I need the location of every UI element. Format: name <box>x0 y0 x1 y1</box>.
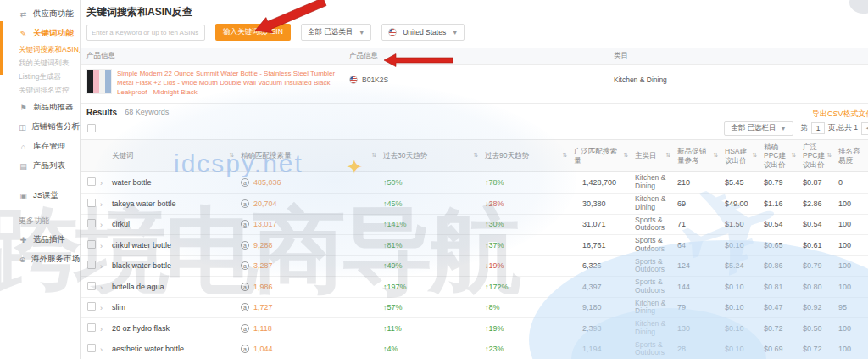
row-checkbox[interactable] <box>87 261 96 269</box>
expand-chevron-icon[interactable]: › <box>100 325 103 334</box>
keyword-cell[interactable]: takeya water bottle <box>108 193 237 214</box>
sort-icon[interactable]: ⇅ <box>752 152 757 160</box>
sidebar-item-label: 店铺销售分析 <box>31 121 80 132</box>
trend-90d-value: ↑78% <box>481 172 570 194</box>
exact-ppc-bid-value: $1.16 <box>760 193 799 214</box>
sidebar-subitem-keyword-search[interactable]: 关键词搜索和ASIN反查 <box>0 43 80 57</box>
column-header-broad-ppc[interactable]: 广泛PPC建议出价⇅ <box>799 139 835 172</box>
keyword-cell[interactable]: cirkul water bottle <box>108 235 237 256</box>
columns-filter-button[interactable]: 全部 已选栏目 ▼ <box>724 121 793 136</box>
keyword-search-input[interactable] <box>86 25 205 41</box>
row-checkbox[interactable] <box>87 199 96 207</box>
promo-ref-value: 210 <box>674 172 721 194</box>
trend-30d-value: ↑49% <box>380 255 481 277</box>
table-row: › water bottle a485,036 ↑50% ↑78% 1,428,… <box>81 172 868 194</box>
screen-icon: ▣ <box>19 192 28 200</box>
page-number-input[interactable] <box>811 122 825 134</box>
asin-value[interactable]: B01K2S <box>362 76 388 84</box>
product-title-link[interactable]: Simple Modern 22 Ounce Summit Water Bott… <box>117 69 346 98</box>
submit-keyword-button[interactable]: 输入关键词或ASIN <box>215 24 291 41</box>
sort-icon[interactable]: ⇅ <box>665 152 670 160</box>
exact-volume-link[interactable]: 20,704 <box>253 199 277 208</box>
export-csv-link[interactable]: 导出CSV格式文件 <box>812 109 868 120</box>
trend-30d-value: ↑197% <box>380 277 481 298</box>
exact-volume-link[interactable]: 485,036 <box>253 178 281 187</box>
category-filter-dropdown[interactable]: 全部 已选类目 ▼ <box>301 24 371 41</box>
broad-ppc-bid-value: $0.79 <box>799 255 835 277</box>
column-header-trend-30d[interactable]: 过去30天趋势⇅ <box>380 139 481 172</box>
row-checkbox[interactable] <box>87 177 96 186</box>
sort-icon[interactable]: ⇅ <box>229 152 234 160</box>
select-all-checkbox[interactable] <box>87 124 96 132</box>
expand-chevron-icon[interactable]: › <box>100 221 103 229</box>
keyword-cell[interactable]: 20 oz hydro flask <box>108 318 237 339</box>
sidebar-item-supplier[interactable]: ⇄ 供应商功能 <box>0 4 80 24</box>
expand-chevron-icon[interactable]: › <box>100 242 103 250</box>
column-header-keyword[interactable]: 关键词⇅ <box>108 139 237 172</box>
expand-chevron-icon[interactable]: › <box>100 345 103 354</box>
expand-chevron-icon[interactable]: › <box>100 200 103 209</box>
sort-icon[interactable]: ⇅ <box>623 152 628 160</box>
keyword-cell[interactable]: black water bottle <box>108 255 237 277</box>
table-row: › slim a1,727 ↑57% ↑8% 9,180 Kitchen & D… <box>81 297 868 318</box>
exact-volume-link[interactable]: 1,044 <box>253 345 273 353</box>
sidebar-item-products[interactable]: ▤ 产品列表 <box>0 156 80 176</box>
keyword-cell[interactable]: cirkul <box>108 214 237 235</box>
expand-chevron-icon[interactable]: › <box>100 283 103 292</box>
sidebar-item-sales-analytics[interactable]: ◫ 店铺销售分析 <box>0 117 80 137</box>
sort-icon[interactable]: ⇅ <box>826 152 832 160</box>
expand-chevron-icon[interactable]: › <box>100 179 103 188</box>
marketplace-select[interactable]: United States ▼ <box>381 24 465 41</box>
prev-page-button[interactable]: ◂ <box>861 122 868 135</box>
sort-icon[interactable]: ⇅ <box>371 152 376 160</box>
row-checkbox[interactable] <box>87 323 96 332</box>
exact-volume-link[interactable]: 1,118 <box>253 324 272 333</box>
column-header-hsa-bid[interactable]: HSA建议出价⇅ <box>721 139 760 172</box>
sidebar-item-plugin[interactable]: ✚ 选品插件 <box>0 230 80 250</box>
rank-ease-value: 100 <box>835 214 868 235</box>
page-suffix-label: 页,总共 1 <box>828 123 858 133</box>
column-header-promo-ref[interactable]: 新品促销量参考⇅ <box>674 139 721 172</box>
exact-ppc-bid-value: $0.47 <box>760 297 799 318</box>
broad-volume-value: 9,180 <box>570 297 632 318</box>
column-header-trend-90d[interactable]: 过去90天趋势⇅ <box>481 139 570 172</box>
expand-chevron-icon[interactable]: › <box>100 304 103 312</box>
row-checkbox[interactable] <box>87 344 96 352</box>
asin-info-header: 产品信息 <box>349 51 614 61</box>
exact-volume-link[interactable]: 1,986 <box>253 283 273 291</box>
row-checkbox[interactable] <box>87 282 96 290</box>
exact-volume-link[interactable]: 1,727 <box>253 303 273 311</box>
sidebar-item-classroom[interactable]: ▣ JS课堂 <box>0 186 80 205</box>
rank-ease-value: 100 <box>835 277 868 298</box>
exact-volume-link[interactable]: 9,288 <box>253 241 273 250</box>
sort-icon[interactable]: ⇅ <box>562 152 567 160</box>
sort-icon[interactable]: ⇅ <box>473 152 478 160</box>
keyword-cell[interactable]: water bottle <box>108 172 237 194</box>
sidebar-item-overseas-market[interactable]: ⊕ 海外服务市场 <box>0 250 80 269</box>
column-header-exact-ppc[interactable]: 精确PPC建议出价⇅ <box>760 139 799 172</box>
trend-90d-value: ↑19% <box>481 318 570 339</box>
sidebar-item-booster[interactable]: ⚑ 新品助推器 <box>0 98 80 117</box>
keyword-cell[interactable]: slim <box>108 297 237 318</box>
expand-chevron-icon[interactable]: › <box>100 262 103 271</box>
sort-icon[interactable]: ⇅ <box>713 152 718 160</box>
sidebar-item-keyword-features[interactable]: ✎ 关键词功能 <box>0 24 80 43</box>
sidebar-item-inventory[interactable]: ⌂ 库存管理 <box>0 137 80 156</box>
row-checkbox[interactable] <box>87 302 96 311</box>
exact-volume-link[interactable]: 13,017 <box>253 220 277 228</box>
category-header: 类目 <box>614 51 868 61</box>
main-content: 关键词搜索和ASIN反查 输入关键词或ASIN 全部 已选类目 ▼ United… <box>81 0 868 359</box>
sort-icon[interactable]: ⇅ <box>791 152 796 160</box>
column-header-exact-volume[interactable]: 精确匹配搜索量⇅ <box>237 139 380 172</box>
row-checkbox[interactable] <box>87 219 96 227</box>
sidebar-subitem-rank-tracker[interactable]: 关键词排名监控 <box>0 84 80 98</box>
exact-volume-link[interactable]: 3,287 <box>253 261 273 270</box>
column-header-broad-volume[interactable]: 广泛匹配搜索量⇅ <box>570 139 632 172</box>
keyword-cell[interactable]: aesthetic water bottle <box>108 339 237 359</box>
column-header-main-category[interactable]: 主类目⇅ <box>632 139 674 172</box>
sidebar-subitem-my-keywords[interactable]: 我的关键词列表 <box>0 57 80 70</box>
exact-ppc-bid-value: $0.86 <box>760 255 799 277</box>
sidebar-subitem-listing-builder[interactable]: Listing生成器 <box>0 70 80 84</box>
keyword-cell[interactable]: botella de agua <box>108 277 237 298</box>
row-checkbox[interactable] <box>87 240 96 249</box>
